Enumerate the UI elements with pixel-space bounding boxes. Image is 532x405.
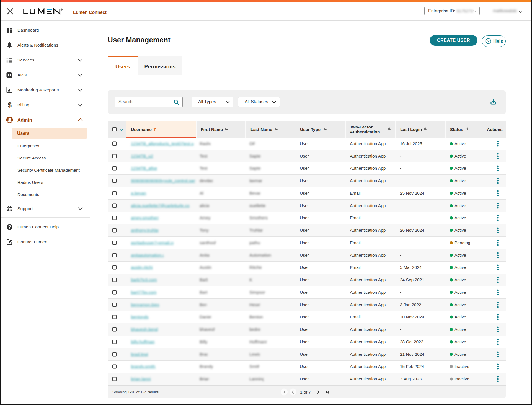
svg-text:?: ? (487, 39, 490, 43)
